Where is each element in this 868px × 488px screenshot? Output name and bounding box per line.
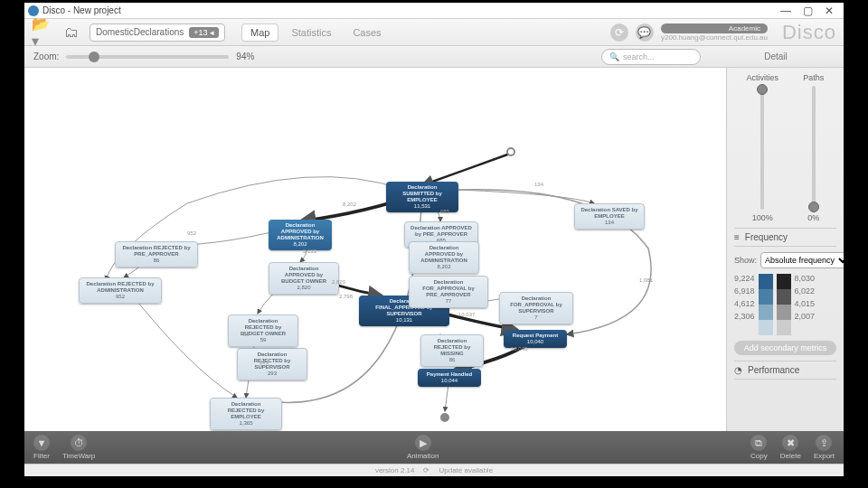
edge-label: 2,798 (339, 294, 353, 299)
node-rej-preapprover[interactable]: Declaration REJECTED by PRE_APPROVER86 (115, 241, 198, 267)
activities-slider[interactable] (760, 86, 764, 210)
node-rej-supervisor[interactable]: Declaration REJECTED by SUPERVISOR293 (237, 348, 307, 380)
edge-label: 59 (243, 332, 250, 337)
chat-icon[interactable]: 💬 (636, 23, 654, 42)
node-approved-admin[interactable]: Declaration APPROVED by ADMINISTRATION8,… (269, 220, 332, 250)
add-secondary-metrics-button[interactable]: Add secondary metrics (734, 341, 836, 355)
open-folder-icon[interactable]: 📂▾ (32, 24, 53, 41)
frequency-section[interactable]: ≡ Frequency (734, 228, 836, 247)
dataset-name: DomesticDeclarations (96, 27, 184, 37)
node-rej-missing[interactable]: Declaration REJECTED by MISSING86 (420, 334, 484, 367)
zoom-label: Zoom: (33, 52, 59, 61)
tab-map[interactable]: Map (241, 23, 278, 42)
node-rej-admin[interactable]: Declaration REJECTED by ADMINISTRATION95… (79, 277, 162, 304)
start-node (506, 147, 515, 156)
process-map-canvas[interactable]: Declaration SUBMITTED by EMPLOYEE11,531 … (24, 68, 726, 431)
edge-label: 8,202 (343, 202, 356, 207)
dataset-selector[interactable]: DomesticDeclarations +13 ◂ (90, 23, 225, 42)
timewarp-button[interactable]: ⏱TimeWarp (62, 435, 95, 460)
node-submitted[interactable]: Declaration SUBMITTED by EMPLOYEE11,531 (386, 182, 458, 212)
bottom-toolbar: ▼Filter ⏱TimeWarp ▶Animation ⧉Copy ✖Dele… (24, 431, 844, 464)
detail-panel: Activities 100% Paths 0% ≡ Frequency Sho… (726, 68, 844, 431)
title-bar: Disco - New project — ▢ ✕ (24, 3, 844, 19)
delete-button[interactable]: ✖Delete (780, 435, 801, 460)
gauge-icon: ◔ (734, 365, 742, 375)
legend-swatch-grey (777, 274, 791, 335)
window-title: Disco - New project (42, 5, 121, 15)
show-label: Show: (734, 256, 757, 265)
export-button[interactable]: ⇪Export (814, 435, 835, 460)
node-rej-budget[interactable]: Declaration REJECTED by BUDGET OWNER59 (228, 314, 298, 347)
license-badge: Academic (661, 23, 768, 33)
refresh-icon[interactable]: ⟳ (610, 23, 628, 42)
main-toolbar: 📂▾ 🗂 DomesticDeclarations +13 ◂ Map Stat… (24, 19, 844, 46)
update-text: Update available (439, 466, 493, 474)
node-payment-handled[interactable]: Payment Handled10,044 (418, 369, 481, 387)
edge-label: 952 (187, 230, 196, 236)
legend-swatch-blue (759, 274, 773, 335)
close-button[interactable]: ✕ (818, 5, 840, 17)
app-logo: Disco (782, 21, 836, 44)
paths-label: Paths (803, 73, 824, 82)
user-info: Academic y200.huang@connect.qut.edu.au (661, 23, 768, 42)
edge-label: 2,820 (332, 279, 345, 285)
sub-toolbar: Zoom: 94% 🔍 search... Detail (24, 46, 844, 68)
view-tabs: Map Statistics Cases (241, 23, 391, 42)
tab-cases[interactable]: Cases (344, 23, 390, 42)
filter-button[interactable]: ▼Filter (33, 435, 50, 460)
animation-button[interactable]: ▶Animation (407, 435, 439, 460)
search-placeholder: search... (623, 52, 655, 61)
zoom-value: 94% (236, 52, 254, 61)
node-for-preapprover[interactable]: Declaration FOR_APPROVAL by PRE_APPROVER… (409, 276, 488, 308)
edge-label: 5,133 (303, 249, 316, 254)
tab-statistics[interactable]: Statistics (282, 23, 340, 42)
node-appr-budget[interactable]: Declaration APPROVED by BUDGET OWNER2,82… (269, 262, 339, 295)
end-node (440, 413, 449, 422)
detail-header: Detail (717, 52, 835, 61)
node-appr-admin2[interactable]: Declaration APPROVED by ADMINISTRATION8,… (409, 241, 479, 274)
activities-label: Activities (747, 73, 779, 82)
search-input[interactable]: 🔍 search... (601, 49, 701, 65)
frequency-label: Frequency (745, 232, 788, 242)
dataset-badge: +13 ◂ (189, 27, 219, 38)
edge-label: 10,040 (511, 346, 527, 352)
edge-label: 1,081 (639, 277, 653, 283)
recent-folder-icon[interactable]: 🗂 (61, 24, 82, 41)
node-request-payment[interactable]: Request Payment10,040 (504, 330, 567, 348)
paths-slider[interactable] (812, 86, 816, 210)
zoom-slider[interactable] (66, 55, 229, 59)
activities-pct: 100% (752, 213, 773, 222)
node-saved[interactable]: Declaration SAVED by EMPLOYEE134 (574, 203, 645, 230)
version-text: version 2.14 (375, 466, 415, 474)
node-rej-employee[interactable]: Declaration REJECTED by EMPLOYEE1,365 (210, 398, 282, 430)
frequency-icon: ≡ (734, 232, 740, 242)
node-for-supervisor[interactable]: Declaration FOR_APPROVAL by SUPERVISOR7 (499, 292, 573, 324)
edge-label: 293 (259, 360, 269, 365)
user-email: y200.huang@connect.qut.edu.au (661, 33, 768, 42)
edge-label: 685 (440, 209, 449, 214)
edge-label: 10,037 (458, 312, 475, 317)
status-bar: version 2.14 ⟳ Update available (24, 464, 844, 476)
paths-pct: 0% (807, 213, 819, 222)
metric-select[interactable]: Absolute frequency (760, 252, 844, 268)
performance-label: Performance (748, 365, 799, 375)
maximize-button[interactable]: ▢ (797, 5, 818, 17)
frequency-legend: 9,224 6,918 4,612 2,306 8,030 6,022 4,01… (734, 274, 836, 335)
performance-section[interactable]: ◔ Performance (734, 361, 836, 380)
edge-label: 134 (534, 182, 543, 187)
copy-button[interactable]: ⧉Copy (750, 435, 768, 460)
minimize-button[interactable]: — (775, 5, 797, 17)
